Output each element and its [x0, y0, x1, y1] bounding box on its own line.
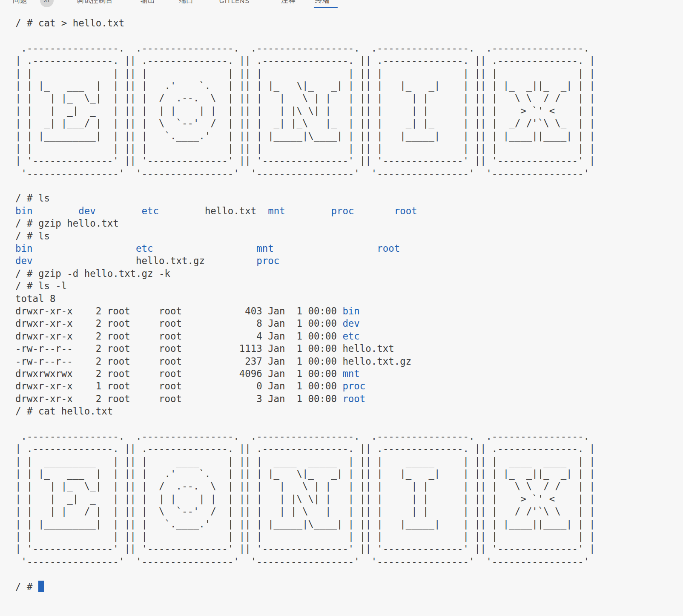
terminal-line: | | |_________| | || | `.____.' | || | |… — [15, 518, 683, 530]
terminal-line: | '--------------' || '--------------' |… — [15, 543, 683, 555]
panel-tab-bar: 问题 31 调试控制台 输出 端口 GITLENS 注释 终端 — [0, 0, 683, 11]
terminal-text: drwxr-xr-x 2 root root 3 Jan 1 00:00 — [15, 393, 342, 404]
directory-name: bin — [15, 205, 32, 216]
terminal-line — [15, 180, 683, 192]
tab-terminal[interactable]: 终端 — [315, 0, 330, 5]
directory-name: mnt — [256, 243, 273, 254]
terminal-line: / # ls — [15, 192, 683, 204]
terminal-text: / # ls — [15, 230, 50, 242]
terminal-output[interactable]: / # cat > hello.txt .----------------. .… — [0, 11, 683, 593]
terminal-line: | .--------------. || .--------------. |… — [15, 55, 683, 67]
terminal-text: drwxr-xr-x 2 root root 403 Jan 1 00:00 — [15, 305, 342, 317]
directory-name: etc — [142, 205, 159, 216]
terminal-text: / # ls -l — [15, 280, 67, 291]
terminal-line: .----------------. .----------------. .-… — [15, 42, 683, 55]
terminal-text: drwxr-xr-x 1 root root 0 Jan 1 00:00 — [15, 380, 342, 391]
terminal-line — [15, 568, 683, 580]
directory-name: etc — [342, 331, 359, 342]
terminal-text — [274, 243, 377, 254]
terminal-text: / # cat hello.txt — [15, 406, 113, 417]
terminal-line: drwxr-xr-x 1 root root 0 Jan 1 00:00 pro… — [15, 380, 683, 392]
problems-count-badge: 31 — [40, 0, 54, 7]
tab-comments[interactable]: 注释 — [281, 0, 296, 5]
terminal-line: | | _| |___/ | | || | \ `--' / | || | _|… — [15, 505, 683, 518]
terminal-text: | | | |_ \_| | || | / .--. \ | || | | \ … — [15, 481, 595, 492]
terminal-line — [15, 418, 683, 430]
terminal-line: | | |_ ___ | | || | .' `. | || | |_ \|_ … — [15, 468, 683, 480]
directory-name: root — [342, 393, 365, 404]
tab-gitlens[interactable]: GITLENS — [219, 0, 250, 5]
directory-name: bin — [15, 243, 32, 254]
terminal-line: / # ls -l — [15, 280, 683, 292]
terminal-line: '----------------' '----------------' '-… — [15, 556, 683, 568]
terminal-text: | | | _| _ | || | | | | | | || | | |\ \|… — [15, 493, 595, 504]
terminal-text: | '--------------' || '--------------' |… — [15, 543, 595, 554]
terminal-text: drwxrwxrwx 2 root root 4096 Jan 1 00:00 — [15, 368, 342, 379]
terminal-line: bin etc mnt root — [15, 242, 683, 255]
terminal-line: | | | || | | || | | || | | || | | | — [15, 530, 683, 543]
terminal-line: / # cat > hello.txt — [15, 17, 683, 29]
directory-name: proc — [342, 380, 365, 391]
terminal-text — [32, 255, 136, 266]
active-tab-indicator — [314, 7, 338, 8]
terminal-line: dev hello.txt.gz proc — [15, 255, 683, 267]
terminal-text: total 8 — [15, 293, 55, 304]
directory-name: root — [377, 243, 400, 254]
tab-problems[interactable]: 问题 — [13, 0, 27, 5]
terminal-line: drwxr-xr-x 2 root root 4 Jan 1 00:00 etc — [15, 330, 683, 343]
directory-name: root — [394, 205, 417, 216]
terminal-text: | | |_ ___ | | || | .' `. | || | |_ \|_ … — [15, 468, 595, 479]
terminal-line: | | | |_ \_| | || | / .--. \ | || | | \ … — [15, 92, 683, 104]
terminal-text: | | | |_ \_| | || | / .--. \ | || | | \ … — [15, 92, 595, 104]
terminal-text: / # cat > hello.txt — [15, 17, 124, 29]
terminal-text — [96, 205, 142, 216]
terminal-text: | | _________ | || | ____ | || | ____ __… — [15, 68, 595, 79]
terminal-text: hello.txt — [205, 205, 268, 216]
tab-debug-console[interactable]: 调试控制台 — [77, 0, 113, 5]
terminal-line: drwxr-xr-x 2 root root 403 Jan 1 00:00 b… — [15, 305, 683, 317]
terminal-text: | '--------------' || '--------------' |… — [15, 155, 595, 166]
terminal-text — [354, 205, 394, 216]
terminal-text: | | | _| _ | || | | | | | | || | | |\ \|… — [15, 105, 595, 116]
terminal-text: | | _| |___/ | | || | \ `--' / | || | _|… — [15, 118, 595, 129]
terminal-line: '----------------' '----------------' '-… — [15, 167, 683, 180]
terminal-text: -rw-r--r-- 2 root root 1113 Jan 1 00:00 … — [15, 343, 394, 354]
terminal-text: / # gzip -d hello.txt.gz -k — [15, 268, 170, 279]
directory-name: bin — [342, 305, 359, 317]
directory-name: mnt — [268, 205, 285, 216]
terminal-text: '----------------' '----------------' '-… — [15, 168, 595, 179]
terminal-line: -rw-r--r-- 2 root root 1113 Jan 1 00:00 … — [15, 343, 683, 355]
terminal-text: | | _| |___/ | | || | \ `--' / | || | _|… — [15, 506, 595, 517]
terminal-text: | | | || | | || | | || | | || | | | — [15, 143, 595, 154]
terminal-cursor — [38, 581, 44, 592]
terminal-line: .----------------. .----------------. .-… — [15, 430, 683, 443]
terminal-text: drwxr-xr-x 2 root root 4 Jan 1 00:00 — [15, 331, 342, 342]
terminal-text: hello.txt.gz — [136, 255, 256, 266]
terminal-text: | | |_________| | || | `.____.' | || | |… — [15, 130, 595, 141]
terminal-line: | | | |_ \_| | || | / .--. \ | || | | \ … — [15, 480, 683, 492]
terminal-line: total 8 — [15, 293, 683, 305]
terminal-line: | | | || | | || | | || | | || | | | — [15, 142, 683, 155]
terminal-line: | | _________ | || | ____ | || | ____ __… — [15, 455, 683, 468]
terminal-line — [15, 29, 683, 42]
terminal-text — [159, 205, 205, 216]
directory-name: dev — [15, 255, 32, 266]
directory-name: proc — [331, 205, 354, 216]
terminal-line: | | | _| _ | || | | | | | | || | | |\ \|… — [15, 493, 683, 505]
tab-output[interactable]: 输出 — [141, 0, 155, 5]
terminal-line: | '--------------' || '--------------' |… — [15, 155, 683, 167]
terminal-text — [32, 243, 136, 254]
terminal-text: drwxr-xr-x 2 root root 8 Jan 1 00:00 — [15, 318, 342, 329]
terminal-line: / # gzip hello.txt — [15, 217, 683, 230]
terminal-line: / # — [15, 581, 683, 593]
terminal-text: / # ls — [15, 193, 50, 204]
terminal-text: | | |_ ___ | | || | .' `. | || | |_ \|_ … — [15, 80, 595, 91]
tab-ports[interactable]: 端口 — [179, 0, 193, 5]
terminal-line: -rw-r--r-- 2 root root 237 Jan 1 00:00 h… — [15, 355, 683, 368]
terminal-line: | | _| |___/ | | || | \ `--' / | || | _|… — [15, 117, 683, 130]
terminal-line: / # ls — [15, 230, 683, 242]
terminal-text: .----------------. .----------------. .-… — [15, 43, 595, 54]
terminal-text: | .--------------. || .--------------. |… — [15, 55, 595, 66]
terminal-line: drwxr-xr-x 2 root root 3 Jan 1 00:00 roo… — [15, 393, 683, 405]
terminal-text — [32, 205, 78, 216]
